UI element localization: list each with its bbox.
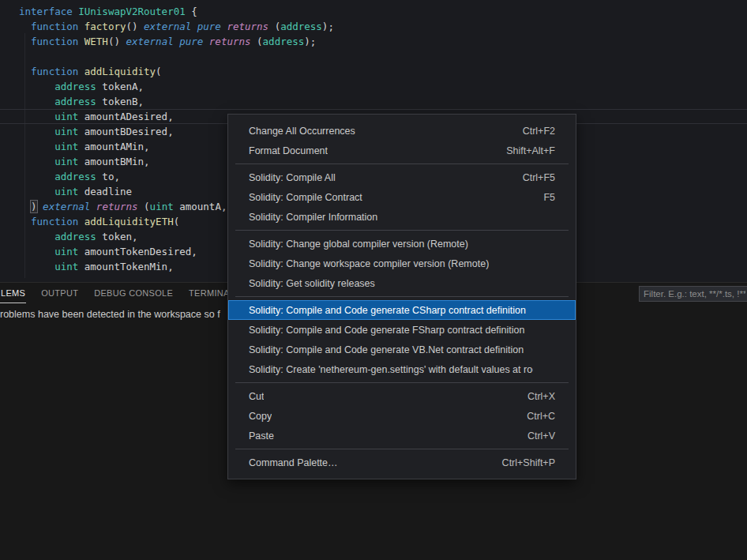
code-token-pun: , <box>114 171 120 182</box>
code-token-pun: , <box>221 201 227 212</box>
menu-item[interactable]: Solidity: Compile AllCtrl+F5 <box>228 167 576 187</box>
menu-item[interactable]: Solidity: Change workspace compiler vers… <box>228 254 576 273</box>
menu-item-label: Cut <box>249 391 264 402</box>
menu-item[interactable]: Command Palette…Ctrl+Shift+P <box>228 453 576 472</box>
code-token-kw: function <box>31 21 84 32</box>
problems-message: roblems have been detected in the worksp… <box>0 309 220 320</box>
code-token-kw: function <box>31 216 84 227</box>
code-token-pun: ( <box>156 66 162 77</box>
code-token-id: to <box>96 171 114 182</box>
code-token-id: deadline <box>78 186 132 197</box>
code-token-kwi: external <box>37 201 96 212</box>
code-line[interactable] <box>0 49 747 64</box>
code-token-pun: ); <box>304 36 316 47</box>
code-token-typ: uint <box>54 156 78 167</box>
code-token-kw: function <box>31 36 84 47</box>
code-token-typ: uint <box>54 261 78 272</box>
menu-item-shortcut: Ctrl+Shift+P <box>502 457 555 468</box>
code-line[interactable]: address tokenB, <box>0 94 747 109</box>
code-token-kw: function <box>31 66 84 77</box>
code-token-pun: , <box>167 261 174 272</box>
menu-separator <box>235 382 569 383</box>
code-token-typ: address <box>54 171 96 182</box>
code-token-pun <box>19 21 31 32</box>
menu-item[interactable]: Solidity: Get solidity releases <box>228 273 576 293</box>
menu-item[interactable]: CopyCtrl+C <box>228 406 576 426</box>
code-token-typ: uint <box>54 246 78 257</box>
code-token-id: amountADesired <box>78 111 167 122</box>
menu-item[interactable]: Solidity: Compile ContractF5 <box>228 187 576 207</box>
code-token-id: amountAMin <box>78 141 144 152</box>
code-token-pun: , <box>144 156 150 167</box>
code-token-kw: interface <box>19 6 78 17</box>
code-token-ret: returns <box>96 201 144 212</box>
code-token-ret: returns <box>209 36 257 47</box>
code-token-pun: , <box>132 231 138 242</box>
code-line[interactable]: function factory() external pure returns… <box>0 19 747 34</box>
code-token-id: token <box>96 231 132 242</box>
menu-item[interactable]: Solidity: Compile and Code generate CSha… <box>228 300 576 320</box>
code-token-pun <box>19 156 54 167</box>
menu-item-shortcut: Ctrl+V <box>527 430 555 442</box>
menu-separator <box>235 230 569 231</box>
code-token-pun <box>19 111 54 122</box>
menu-item-label: Paste <box>249 430 274 442</box>
code-line[interactable]: interface IUniswapV2Router01 { <box>0 4 747 19</box>
menu-item-shortcut: Ctrl+C <box>527 411 555 422</box>
menu-item[interactable]: PasteCtrl+V <box>228 426 576 445</box>
code-token-pun: , <box>167 111 174 122</box>
panel-tab-debug-console[interactable]: DEBUG CONSOLE <box>93 283 174 303</box>
code-token-pun <box>19 36 31 47</box>
menu-item[interactable]: Solidity: Compile and Code generate VB.N… <box>228 340 576 359</box>
code-token-typ: address <box>54 81 96 92</box>
code-token-pun <box>19 81 54 92</box>
menu-item[interactable]: Format DocumentShift+Alt+F <box>228 141 576 160</box>
code-token-pun: , <box>191 246 197 257</box>
menu-item-label: Solidity: Change global compiler version… <box>249 239 468 250</box>
code-token-pun <box>19 201 31 212</box>
code-token-id: amountBDesired <box>78 126 167 137</box>
menu-item[interactable]: Change All OccurrencesCtrl+F2 <box>228 121 576 141</box>
code-token-pun: { <box>186 6 197 17</box>
code-token-pun <box>19 231 54 242</box>
code-token-typ: address <box>54 231 96 242</box>
menu-item-shortcut: Ctrl+F5 <box>523 172 555 183</box>
code-token-id: amountTokenDesired <box>78 246 191 257</box>
menu-item[interactable]: Solidity: Create 'nethereum-gen.settings… <box>228 359 576 379</box>
code-token-pun: () <box>108 36 126 47</box>
menu-item-label: Solidity: Compile All <box>249 172 336 183</box>
menu-item[interactable]: Solidity: Compiler Information <box>228 207 576 227</box>
code-token-typ: uint <box>54 186 78 197</box>
code-line[interactable]: function WETH() external pure returns (a… <box>0 34 747 49</box>
menu-item-label: Solidity: Create 'nethereum-gen.settings… <box>249 364 533 375</box>
code-token-pun <box>19 171 54 182</box>
menu-item-shortcut: Shift+Alt+F <box>506 145 555 156</box>
code-token-pun: , <box>138 96 145 107</box>
code-token-fn: factory <box>84 21 126 32</box>
code-token-typ: uint <box>54 111 78 122</box>
panel-tab-output[interactable]: OUTPUT <box>40 283 79 303</box>
code-token-typ: IUniswapV2Router01 <box>78 6 185 17</box>
code-token-pun: , <box>144 141 150 152</box>
code-token-pun <box>19 216 31 227</box>
menu-item[interactable]: Solidity: Compile and Code generate FSha… <box>228 320 576 340</box>
code-token-kwi: external pure <box>144 21 227 32</box>
menu-item-shortcut: Ctrl+X <box>527 391 555 402</box>
code-token-pun <box>19 261 54 272</box>
panel-tab-lems[interactable]: LEMS <box>0 283 26 303</box>
menu-item-shortcut: Ctrl+F2 <box>523 126 555 137</box>
menu-item[interactable]: CutCtrl+X <box>228 386 576 406</box>
code-token-pun <box>19 126 54 137</box>
code-token-fn: addLiquidity <box>84 66 156 77</box>
code-token-pun: ( <box>144 201 150 212</box>
code-line[interactable]: function addLiquidity( <box>0 64 747 79</box>
problems-filter-input[interactable] <box>639 286 747 302</box>
code-token-typ: uint <box>54 141 78 152</box>
code-token-ret: returns <box>227 21 274 32</box>
code-token-pun: () <box>126 21 144 32</box>
menu-item[interactable]: Solidity: Change global compiler version… <box>228 234 576 254</box>
menu-separator <box>235 296 569 297</box>
code-token-typ: uint <box>150 201 174 212</box>
code-line[interactable]: address tokenA, <box>0 79 747 94</box>
code-token-pun: ( <box>257 36 263 47</box>
